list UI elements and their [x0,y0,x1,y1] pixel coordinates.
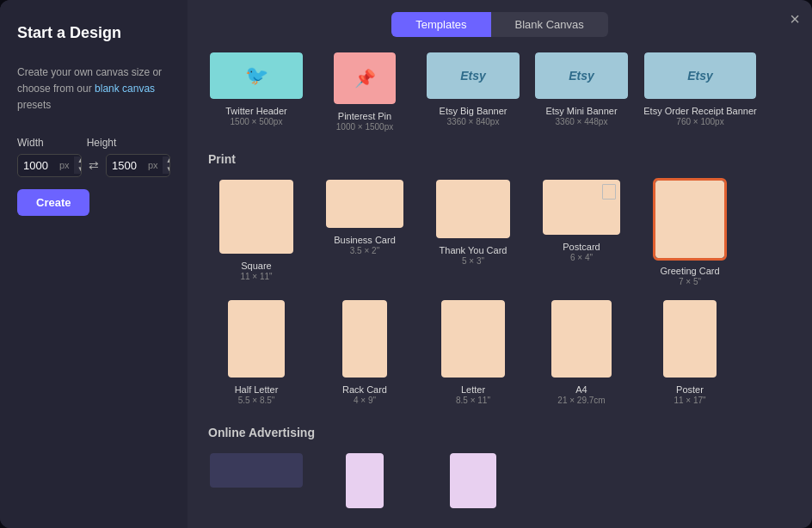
template-item-thank-you-card[interactable]: Thank You Card 5 × 3" [425,178,521,286]
template-name: Half Letter [235,384,279,395]
template-name: Pinterest Pin [338,111,391,121]
template-dims: 3.5 × 2" [350,246,379,255]
template-item-a4[interactable]: A4 21 × 29.7cm [533,298,630,405]
modal-overlay: Start a Design Create your own canvas si… [0,0,812,528]
template-dims: 11 × 17" [674,396,705,405]
social-media-grid: 🐦 Twitter Header 1500 × 500px 📌 [208,51,791,132]
height-label: Height [87,137,117,149]
template-dims: 11 × 11" [240,272,272,281]
tabs-bar: Templates Blank Canvas [188,0,812,37]
width-unit: px [59,160,74,170]
sidebar: Start a Design Create your own canvas si… [0,0,188,528]
height-up-arrow[interactable]: ▲ [163,157,170,165]
template-item-square[interactable]: Square 11 × 11" [208,178,304,286]
template-dims: 1500 × 500px [231,117,283,126]
template-item-twitter-header[interactable]: 🐦 Twitter Header 1500 × 500px [208,51,304,132]
postcard-thumb [543,180,620,235]
twitter-icon: 🐦 [245,64,268,87]
template-item-postcard[interactable]: Postcard 6 × 4" [533,178,630,286]
height-input[interactable] [107,155,148,176]
template-name: Thank You Card [440,245,508,255]
template-item-business-card[interactable]: Business Card 3.5 × 2" [317,178,413,286]
template-name: Etsy Order Receipt Banner [643,106,756,116]
template-name: A4 [575,384,587,395]
tab-templates[interactable]: Templates [391,12,490,37]
dimension-section: Width Height px ▲ ▼ ⇄ px [17,137,170,216]
template-dims: 760 × 100px [676,117,723,126]
template-item-pinterest-pin[interactable]: 📌 Pinterest Pin 1000 × 1500px [317,51,413,132]
template-item-etsy-big[interactable]: Etsy Etsy Big Banner 3360 × 840px [425,51,521,132]
template-dims: 8.5 × 11" [456,396,490,405]
main-content: Templates Blank Canvas × 🐦 Tw [188,0,812,528]
online-advertising-section-heading: Online Advertising [208,426,791,439]
sidebar-description: Create your own canvas size or choose fr… [17,64,170,114]
rack-card-thumb [342,300,387,378]
template-dims: 6 × 4" [570,253,593,262]
tab-blank-canvas[interactable]: Blank Canvas [491,12,608,37]
blank-canvas-link[interactable]: blank canvas [95,83,155,95]
template-dims: 1000 × 1500px [336,122,393,132]
template-dims: 21 × 29.7cm [557,396,605,405]
etsy-big-thumb: Etsy [427,52,520,99]
template-dims: 3360 × 840px [447,117,500,126]
width-label: Width [17,137,44,149]
templates-scroll[interactable]: 🐦 Twitter Header 1500 × 500px 📌 [188,37,812,528]
etsy-mini-thumb: Etsy [535,52,628,99]
template-item-etsy-mini[interactable]: Etsy Etsy Mini Banner 3360 × 448px [533,51,630,132]
width-up-arrow[interactable]: ▲ [74,157,82,165]
link-dimensions-icon[interactable]: ⇄ [87,158,101,172]
template-item-poster[interactable]: Poster 11 × 17" [642,298,738,405]
pinterest-pin-thumb: 📌 [334,52,396,104]
template-item-rack-card[interactable]: Rack Card 4 × 9" [317,298,413,405]
template-dims: 4 × 9" [354,396,376,405]
template-item-etsy-receipt[interactable]: Etsy Etsy Order Receipt Banner 760 × 100… [642,51,759,132]
modal: Start a Design Create your own canvas si… [0,0,812,528]
greeting-card-thumb [655,181,724,258]
template-name: Etsy Big Banner [440,106,508,116]
template-name: Twitter Header [225,106,287,116]
close-button[interactable]: × [790,10,800,28]
height-down-arrow[interactable]: ▼ [163,165,170,174]
print-grid: Square 11 × 11" Business Card 3.5 × 2" [208,178,791,405]
template-name: Etsy Mini Banner [545,106,617,116]
height-unit: px [148,160,163,170]
etsy-receipt-thumb: Etsy [644,52,756,99]
template-dims: 3360 × 448px [556,117,608,126]
a4-thumb [551,300,612,378]
template-dims: 5.5 × 8.5" [238,396,275,405]
template-item-online-medium[interactable] [425,451,521,516]
template-name: Business Card [334,235,396,245]
template-item-online-wide[interactable] [208,451,304,516]
template-name: Greeting Card [660,266,719,276]
print-section-heading: Print [208,152,791,166]
template-item-half-letter[interactable]: Half Letter 5.5 × 8.5" [208,298,304,405]
template-name: Poster [676,384,704,395]
pinterest-icon: 📌 [354,68,376,89]
twitter-header-thumb: 🐦 [210,52,303,99]
width-input-wrap: px ▲ ▼ [17,154,82,177]
template-dims: 7 × 5" [679,277,701,286]
online-medium-thumb [450,453,496,508]
width-input[interactable] [18,155,59,176]
height-input-wrap: px ▲ ▼ [106,154,170,177]
half-letter-thumb [228,300,285,378]
template-name: Rack Card [342,384,387,395]
template-dims: 5 × 3" [462,256,484,266]
online-wide-thumb [210,453,303,488]
online-advertising-grid [208,451,791,516]
create-button[interactable]: Create [17,189,89,216]
width-down-arrow[interactable]: ▼ [74,165,82,174]
letter-thumb [441,300,505,378]
template-item-greeting-card[interactable]: Greeting Card 7 × 5" [642,178,738,286]
square-thumb [219,180,293,254]
template-name: Postcard [563,242,600,252]
business-card-thumb [326,180,403,228]
online-tall-thumb [346,453,384,508]
thank-you-card-thumb [436,180,510,238]
template-item-online-tall[interactable] [317,451,413,516]
poster-thumb [663,300,717,378]
template-name: Square [241,261,271,271]
template-item-letter[interactable]: Letter 8.5 × 11" [425,298,521,405]
modal-title: Start a Design [17,24,170,42]
template-name: Letter [461,384,485,395]
